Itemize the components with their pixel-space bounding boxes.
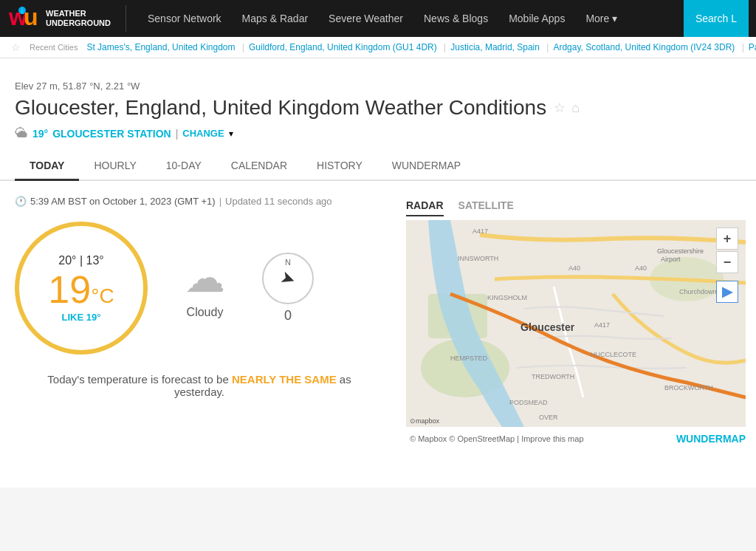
svg-text:KINGSHOLM: KINGSHOLM [487,294,527,301]
svg-text:A40: A40 [635,264,647,272]
compass-north-label: N [285,258,291,267]
map-controls: + − ▶ [716,227,738,303]
svg-text:OVER: OVER [539,414,558,421]
temp-low: 13° [86,254,104,267]
star-icon: ☆ [11,41,21,53]
recent-cities-bar: ☆ Recent Cities St James's, England, Uni… [0,37,756,58]
change-station-link[interactable]: CHANGE [182,128,224,139]
svg-text:A417: A417 [594,321,610,329]
temperature-circle: 20° | 13° 19°C LIKE 19° [15,222,148,355]
wind-compass: N ➤ 0 [262,253,314,324]
feels-like-temp: 19° [86,312,101,323]
nav-divider [126,5,126,32]
compass-dial: N ➤ [262,253,314,304]
svg-text:Churchdown: Churchdown [679,288,717,295]
forecast-highlight: NEARLY THE SAME [232,373,337,386]
recent-cities-list: St James's, England, United Kingdom Guil… [86,42,756,52]
updated-text: Updated 11 seconds ago [225,196,332,207]
nav-sensor-network[interactable]: Sensor Network [137,0,232,37]
svg-text:HEMPSTED: HEMPSTED [450,355,488,362]
svg-text:A417: A417 [472,227,488,235]
favorite-star-icon[interactable]: ☆ [554,100,566,116]
map-play-button[interactable]: ▶ [716,281,738,303]
station-name[interactable]: GLOUCESTER STATION [52,128,171,140]
station-row: 🌥 19° GLOUCESTER STATION | CHANGE ▾ [15,126,741,141]
wundermap-anchor[interactable]: WUNDERMAP [676,433,746,445]
temp-hi-lo: 20° | 13° [58,254,103,267]
nav-links: Sensor Network Maps & Radar Severe Weath… [137,0,684,37]
city-title-icons: ☆ ⌂ [554,100,580,116]
map-tab-satellite[interactable]: SATELLITE [458,199,514,216]
weather-left-panel: 🕐 5:39 AM BST on October 1, 2023 (GMT +1… [15,196,384,451]
home-icon[interactable]: ⌂ [571,100,580,116]
condition-display: ☁ Cloudy [185,258,225,319]
navbar: w u WEATHER UNDERGROUND Sensor Network M… [0,0,756,37]
weather-section: 🕐 5:39 AM BST on October 1, 2023 (GMT +1… [0,181,756,465]
svg-text:Airport: Airport [661,256,681,263]
nav-more[interactable]: More ▾ [575,0,628,37]
map-tab-radar[interactable]: RADAR [406,199,444,216]
tab-today[interactable]: TODAY [15,152,79,181]
map-svg: INNSWORTH A40 A40 KINGSHOLM Gloucester H… [406,220,746,427]
nav-mobile-apps[interactable]: Mobile Apps [498,0,575,37]
svg-text:HUCCLECOTE: HUCCLECOTE [591,351,636,358]
recent-city-2[interactable]: Justicia, Madrid, Spain [450,42,553,52]
search-button[interactable]: Search L [684,0,749,37]
main-content: Elev 27 m, 51.87 °N, 2.21 °W Gloucester,… [0,58,756,487]
timestamp-text: 5:39 AM BST on October 1, 2023 (GMT +1) [30,196,216,207]
svg-text:Gloucester: Gloucester [520,321,575,333]
wu-logo-icon: w u [7,4,40,32]
tab-10day[interactable]: 10-DAY [151,152,216,181]
tab-calendar[interactable]: CALENDAR [216,152,302,181]
tab-history[interactable]: HISTORY [302,152,377,181]
recent-city-4[interactable]: Park Villa... [749,42,756,52]
wundermap-link[interactable]: WUNDERMAP [676,429,746,448]
weather-display: 20° | 13° 19°C LIKE 19° [15,222,384,355]
city-title: Gloucester, England, United Kingdom Weat… [15,96,741,120]
svg-text:u: u [24,4,38,30]
nav-news-blogs[interactable]: News & Blogs [413,0,498,37]
recent-city-1[interactable]: Guildford, England, United Kingdom (GU1 … [249,42,450,52]
tab-hourly[interactable]: HOURLY [79,152,151,181]
nav-severe-weather[interactable]: Severe Weather [318,0,413,37]
cloudy-icon: ☁ [185,258,225,298]
svg-text:BROCKWORTH: BROCKWORTH [664,384,713,391]
svg-text:PODSMEAD: PODSMEAD [509,399,548,406]
recent-label: Recent Cities [30,43,78,52]
recent-city-0[interactable]: St James's, England, United Kingdom [86,42,249,52]
forecast-text: Today's temperature is forecast to be NE… [15,373,384,398]
temp-circle-inner: 20° | 13° 19°C LIKE 19° [15,222,148,355]
current-temp-badge: 19° [32,128,48,140]
hero-section: Elev 27 m, 51.87 °N, 2.21 °W Gloucester,… [0,58,756,141]
timestamp-row: 🕐 5:39 AM BST on October 1, 2023 (GMT +1… [15,196,384,207]
tab-wundermap[interactable]: WUNDERMAP [377,152,475,181]
clock-icon: 🕐 [15,196,27,207]
compass-arrow-icon: ➤ [278,266,298,290]
map-section: RADAR SATELLITE [406,196,746,451]
logo-text: WEATHER UNDERGROUND [46,9,111,28]
svg-text:A40: A40 [568,264,580,272]
svg-text:⊙mapbox: ⊙mapbox [410,417,440,425]
temp-high: 20° [58,254,76,267]
logo[interactable]: w u WEATHER UNDERGROUND [7,4,111,32]
condition-label: Cloudy [187,306,224,319]
weather-tabs: TODAY HOURLY 10-DAY CALENDAR HISTORY WUN… [0,152,756,181]
temp-main: 19°C [48,270,114,309]
elevation-info: Elev 27 m, 51.87 °N, 2.21 °W [15,81,741,92]
svg-text:INNSWORTH: INNSWORTH [458,255,498,262]
map-zoom-in-button[interactable]: + [716,227,738,250]
map-zoom-out-button[interactable]: − [716,251,738,273]
chevron-down-icon: ▾ [229,129,233,139]
feels-like: LIKE 19° [62,312,101,323]
nav-maps-radar[interactable]: Maps & Radar [232,0,318,37]
map-tabs: RADAR SATELLITE [406,196,746,220]
map-attribution: © Mapbox © OpenStreetMap | Improve this … [406,432,588,445]
map-container: INNSWORTH A40 A40 KINGSHOLM Gloucester H… [406,220,746,427]
recent-city-3[interactable]: Ardgay, Scotland, United Kingdom (IV24 3… [553,42,748,52]
wind-speed: 0 [284,308,292,324]
svg-text:Gloucestershire: Gloucestershire [657,247,704,255]
cloud-icon: 🌥 [15,126,28,141]
svg-text:TREDWORTH: TREDWORTH [532,373,574,380]
